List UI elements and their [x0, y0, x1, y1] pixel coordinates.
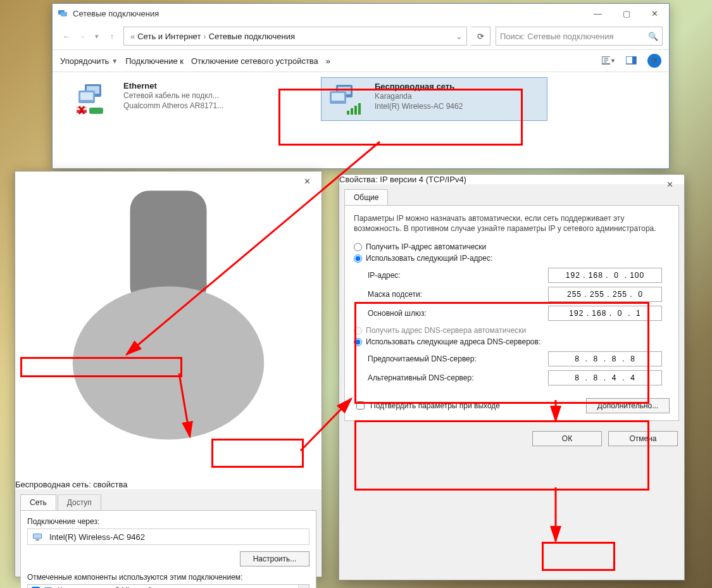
tab-sharing[interactable]: Доступ	[58, 494, 101, 510]
alternate-dns-field[interactable]	[548, 370, 662, 385]
search-placeholder: Поиск: Сетевые подключения	[500, 32, 614, 41]
dns1-label: Предпочитаемый DNS-сервер:	[368, 354, 477, 363]
svg-rect-6	[632, 56, 636, 64]
scrollbar[interactable]: ▲ ▼	[298, 585, 309, 588]
intro-text: Параметры IP можно назначать автоматичес…	[354, 213, 670, 234]
tabs: Сеть Доступ	[15, 489, 322, 510]
svg-rect-10	[80, 92, 93, 100]
ethernet-device: Qualcomm Atheros AR8171...	[123, 101, 223, 110]
validate-checkbox-row[interactable]: Подтвердить параметры при выходе	[354, 399, 500, 411]
svg-rect-24	[35, 539, 39, 541]
minimize-button[interactable]: —	[584, 4, 612, 23]
components-label: Отмеченные компоненты используются этим …	[27, 573, 309, 582]
adapter-icon	[32, 532, 44, 542]
radio-manual-ip[interactable]: Использовать следующий IP-адрес:	[354, 254, 670, 263]
tab-general[interactable]: Общие	[344, 189, 388, 205]
window-controls: — ▢ ✕	[584, 4, 669, 23]
ok-button[interactable]: ОК	[532, 431, 602, 446]
breadcrumb-prefix: «	[130, 32, 135, 41]
component-item[interactable]: Клиент для сетей Microsoft	[28, 585, 299, 588]
wireless-status: Karaganda	[375, 92, 412, 101]
properties-icon	[15, 470, 322, 480]
gateway-label: Основной шлюз:	[368, 309, 427, 318]
svg-rect-18	[354, 106, 357, 115]
view-icons: ▼ ?	[602, 54, 661, 68]
svg-rect-15	[332, 93, 344, 101]
connections-list: Ethernet Сетевой кабель не подкл... Qual…	[53, 72, 669, 126]
preferred-dns-field[interactable]	[548, 351, 662, 366]
dns2-label: Альтернативный DNS-сервер:	[368, 373, 474, 382]
svg-point-21	[73, 287, 265, 440]
tab-body-network: Подключение через: Intel(R) Wireless-AC …	[20, 510, 316, 588]
titlebar[interactable]: Беспроводная сеть: свойства ✕	[15, 172, 322, 489]
chevron-down-icon[interactable]: ⌄	[456, 32, 463, 41]
nav-up-button[interactable]: ↑	[104, 28, 120, 44]
radio-auto-dns-input	[354, 327, 362, 335]
preview-pane-icon[interactable]	[625, 54, 639, 68]
connection-wireless[interactable]: Беспроводная сеть Karaganda Intel(R) Wir…	[321, 77, 547, 121]
refresh-button[interactable]: ⟳	[471, 27, 490, 46]
radio-auto-ip[interactable]: Получить IP-адрес автоматически	[354, 242, 670, 251]
connect-to-menu[interactable]: Подключение к	[125, 56, 184, 66]
close-button[interactable]: ✕	[293, 172, 322, 191]
radio-manual-dns-input[interactable]	[354, 338, 362, 346]
breadcrumb-seg-2[interactable]: Сетевые подключения	[209, 32, 295, 41]
cancel-button[interactable]: Отмена	[608, 431, 678, 446]
configure-button[interactable]: Настроить...	[240, 551, 309, 566]
close-button[interactable]: ✕	[656, 175, 684, 194]
radio-auto-ip-input[interactable]	[354, 243, 362, 251]
validate-checkbox[interactable]	[356, 401, 365, 410]
titlebar[interactable]: Сетевые подключения — ▢ ✕	[53, 4, 669, 23]
network-icon	[58, 8, 68, 18]
svg-rect-1	[61, 12, 67, 16]
network-connections-window: Сетевые подключения — ▢ ✕ ← → ▾ ↑ « Сеть…	[52, 3, 670, 169]
disable-device-button[interactable]: Отключение сетевого устройства	[191, 56, 318, 66]
command-bar: Упорядочить▼ Подключение к Отключение се…	[53, 50, 669, 72]
nav-back-button[interactable]: ←	[59, 28, 74, 44]
network-properties-dialog: Беспроводная сеть: свойства ✕ Сеть Досту…	[15, 171, 322, 577]
address-bar-row: ← → ▾ ↑ « Сеть и Интернет › Сетевые подк…	[53, 23, 669, 49]
ethernet-adapter-icon	[75, 81, 113, 116]
wireless-adapter-icon	[327, 82, 365, 116]
connect-using-label: Подключение через:	[27, 517, 309, 526]
default-gateway-field[interactable]	[548, 306, 662, 321]
breadcrumb[interactable]: « Сеть и Интернет › Сетевые подключения …	[123, 27, 467, 46]
ethernet-name: Ethernet	[123, 81, 157, 91]
radio-auto-dns: Получить адрес DNS-сервера автоматически	[354, 326, 670, 335]
ip-address-field[interactable]	[548, 268, 662, 283]
ipv4-properties-dialog: Свойства: IP версии 4 (TCP/IPv4) ✕ Общие…	[339, 174, 685, 580]
radio-manual-ip-input[interactable]	[354, 254, 362, 263]
close-button[interactable]: ✕	[640, 4, 669, 23]
wireless-device: Intel(R) Wireless-AC 9462	[375, 102, 463, 111]
svg-rect-17	[351, 108, 353, 115]
svg-rect-19	[358, 103, 361, 115]
maximize-button[interactable]: ▢	[612, 4, 640, 23]
components-listbox[interactable]: Клиент для сетей MicrosoftОбщий доступ к…	[27, 584, 309, 588]
view-dropdown-icon[interactable]: ▼	[602, 54, 616, 68]
ethernet-status: Сетевой кабель не подкл...	[123, 91, 219, 100]
dialog-title: Свойства: IP версии 4 (TCP/IPv4)	[339, 175, 466, 184]
search-icon: 🔍	[648, 32, 658, 41]
radio-manual-dns[interactable]: Использовать следующие адреса DNS-сервер…	[354, 337, 670, 346]
subnet-mask-field[interactable]	[548, 287, 662, 302]
help-button[interactable]: ?	[647, 54, 661, 68]
connection-ethernet[interactable]: Ethernet Сетевой кабель не подкл... Qual…	[70, 77, 296, 121]
nav-forward-button[interactable]: →	[74, 28, 89, 44]
organize-menu[interactable]: Упорядочить▼	[60, 56, 118, 66]
ip-label: IP-адрес:	[368, 271, 401, 280]
svg-rect-16	[347, 111, 349, 115]
tab-network[interactable]: Сеть	[20, 494, 56, 510]
tab-body-general: Параметры IP можно назначать автоматичес…	[344, 205, 679, 421]
wireless-name: Беспроводная сеть	[375, 82, 454, 91]
titlebar[interactable]: Свойства: IP версии 4 (TCP/IPv4) ✕	[339, 175, 684, 184]
overflow-menu[interactable]: »	[326, 56, 330, 66]
chevron-right-icon: ›	[203, 32, 206, 41]
scroll-up-icon[interactable]: ▲	[299, 585, 309, 588]
breadcrumb-seg-1[interactable]: Сеть и Интернет	[137, 32, 201, 41]
advanced-button[interactable]: Дополнительно...	[586, 398, 670, 413]
adapter-row: Intel(R) Wireless-AC 9462	[27, 529, 309, 545]
nav-history-button[interactable]: ▾	[89, 28, 104, 44]
dialog-title: Беспроводная сеть: свойства	[15, 480, 128, 489]
search-input[interactable]: Поиск: Сетевые подключения 🔍	[496, 27, 663, 46]
mask-label: Маска подсети:	[368, 290, 422, 299]
